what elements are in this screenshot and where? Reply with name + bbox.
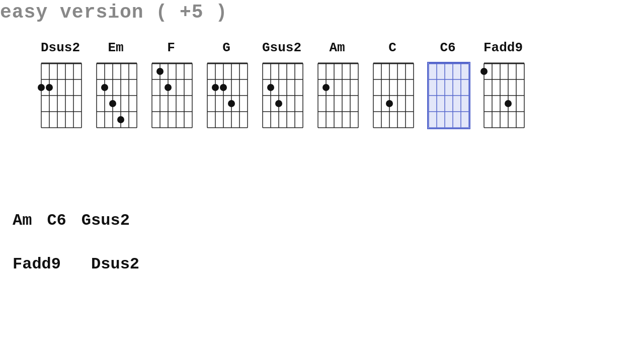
chord-gsus2: Gsus2	[257, 40, 307, 139]
svg-point-115	[505, 100, 512, 107]
svg-point-78	[323, 84, 330, 91]
lyric-word-1-0: Fadd9	[13, 255, 61, 274]
chord-em: Em	[91, 40, 141, 139]
chord-c6: C6	[423, 40, 473, 139]
lyric-line-1: Fadd9Dsus2	[13, 255, 154, 274]
svg-point-26	[117, 116, 124, 123]
chord-name-c: C	[388, 40, 396, 55]
svg-point-65	[267, 84, 274, 91]
fretboard-fadd9	[478, 58, 528, 139]
fretboard-f	[146, 58, 196, 139]
fretboard-c6	[423, 58, 473, 139]
header-title: easy version ( +5 )	[0, 2, 227, 23]
chord-c: C	[367, 40, 418, 139]
lyric-word-0-0: Am	[13, 211, 32, 230]
svg-point-11	[38, 84, 45, 91]
fretboard-dsus2	[35, 58, 86, 139]
chord-am: Am	[312, 40, 362, 139]
chord-f: F	[146, 40, 196, 139]
chord-name-c6: C6	[440, 40, 455, 55]
chord-name-dsus2: Dsus2	[41, 40, 80, 55]
chord-g: G	[201, 40, 252, 139]
fretboard-c	[367, 58, 418, 139]
svg-point-52	[220, 84, 227, 91]
svg-point-12	[46, 84, 53, 91]
chord-name-g: G	[222, 40, 230, 55]
fretboard-g	[201, 58, 252, 139]
svg-point-66	[275, 100, 282, 107]
svg-point-39	[165, 84, 172, 91]
chord-dsus2: Dsus2	[35, 40, 86, 139]
chord-name-am: Am	[329, 40, 345, 55]
fretboard-em	[91, 58, 141, 139]
chord-fadd9: Fadd9	[478, 40, 528, 139]
svg-point-114	[480, 68, 488, 75]
lyric-word-1-2: Dsus2	[91, 255, 139, 274]
svg-point-90	[386, 100, 393, 107]
fretboard-gsus2	[257, 58, 307, 139]
fretboard-am	[312, 58, 362, 139]
chord-name-f: F	[167, 40, 175, 55]
chord-name-fadd9: Fadd9	[484, 40, 523, 55]
chord-name-gsus2: Gsus2	[262, 40, 301, 55]
svg-point-38	[156, 68, 164, 75]
lyric-word-0-1: C6	[47, 211, 66, 230]
svg-point-25	[109, 100, 116, 107]
lyrics-section: AmC6Gsus2Fadd9Dsus2	[13, 211, 154, 299]
svg-point-51	[212, 84, 219, 91]
svg-point-53	[228, 100, 235, 107]
lyric-line-0: AmC6Gsus2	[13, 211, 154, 230]
chord-name-em: Em	[108, 40, 123, 55]
svg-point-24	[101, 84, 108, 91]
lyric-word-0-2: Gsus2	[82, 211, 130, 230]
chords-container: Dsus2EmFGGsus2AmCC6Fadd9	[35, 40, 528, 139]
